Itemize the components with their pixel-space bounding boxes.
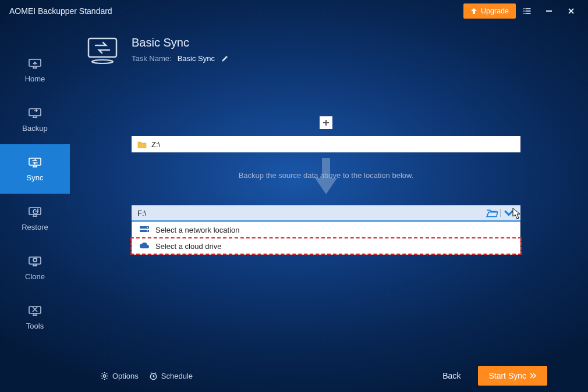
destination-path-bar[interactable]: F:\ — [132, 205, 520, 222]
svg-point-22 — [147, 227, 148, 228]
svg-point-4 — [523, 13, 525, 14]
app-title: AOMEI Backupper Standard — [9, 6, 112, 16]
chevrons-right-icon — [530, 373, 537, 379]
source-path-text: Z:\ — [151, 140, 160, 149]
clock-icon — [149, 372, 158, 380]
close-icon — [567, 7, 575, 15]
options-label: Options — [112, 372, 139, 380]
restore-icon — [27, 204, 42, 218]
sync-icon — [27, 155, 42, 169]
schedule-button[interactable]: Schedule — [149, 372, 193, 380]
home-icon — [27, 56, 42, 70]
sidebar-item-label: Clone — [25, 272, 45, 281]
source-path-bar[interactable]: Z:\ — [132, 136, 520, 152]
edit-task-name-button[interactable] — [221, 55, 229, 63]
svg-point-0 — [523, 8, 525, 9]
svg-point-23 — [147, 230, 148, 231]
minimize-button[interactable] — [538, 0, 560, 22]
close-button[interactable] — [560, 0, 582, 22]
destination-dropdown: Select a network location Select a cloud… — [132, 222, 520, 255]
menu-icon — [523, 7, 531, 15]
svg-rect-10 — [29, 109, 41, 116]
network-icon — [139, 226, 150, 233]
schedule-label: Schedule — [161, 372, 193, 380]
cursor-icon — [512, 208, 520, 219]
upgrade-button[interactable]: Upgrade — [463, 3, 516, 19]
sidebar-item-sync[interactable]: Sync — [0, 144, 70, 194]
upgrade-label: Upgrade — [481, 7, 509, 15]
sidebar-item-restore[interactable]: Restore — [0, 194, 70, 243]
svg-point-2 — [523, 10, 525, 12]
page-title: Basic Sync — [132, 36, 229, 49]
start-sync-button[interactable]: Start Sync — [478, 366, 547, 386]
plus-icon — [323, 119, 330, 126]
folder-icon — [137, 140, 147, 148]
sidebar-item-home[interactable]: Home — [0, 45, 70, 95]
sidebar: Home Backup Sync Restore Clone Tools — [0, 22, 70, 392]
tools-icon — [27, 303, 42, 317]
options-button[interactable]: Options — [100, 372, 139, 380]
task-name-label: Task Name: — [132, 54, 172, 63]
start-sync-label: Start Sync — [488, 371, 526, 380]
backup-icon — [27, 105, 42, 119]
svg-rect-16 — [88, 38, 116, 57]
open-folder-icon — [486, 208, 498, 218]
task-name-value[interactable]: Basic Sync — [178, 54, 215, 63]
menu-button[interactable] — [516, 0, 538, 22]
clone-icon — [27, 254, 42, 268]
sidebar-item-clone[interactable]: Clone — [0, 243, 70, 293]
svg-rect-3 — [526, 10, 531, 12]
page-icon — [85, 36, 120, 66]
add-source-button[interactable] — [320, 116, 332, 129]
dropdown-item-label: Select a cloud drive — [155, 242, 221, 251]
svg-rect-1 — [526, 8, 531, 9]
sidebar-item-tools[interactable]: Tools — [0, 293, 70, 342]
minimize-icon — [545, 7, 553, 15]
sidebar-item-label: Tools — [26, 322, 44, 330]
dropdown-item-network[interactable]: Select a network location — [132, 222, 520, 238]
cloud-icon — [139, 243, 150, 250]
sidebar-item-label: Home — [25, 74, 45, 83]
back-button[interactable]: Back — [434, 366, 469, 385]
sidebar-item-label: Restore — [22, 223, 48, 231]
destination-path-text: F:\ — [137, 209, 486, 218]
dropdown-item-cloud[interactable]: Select a cloud drive — [132, 238, 520, 254]
sidebar-item-label: Backup — [22, 124, 47, 133]
svg-point-24 — [103, 375, 105, 377]
sync-hint-text: Backup the source data above to the loca… — [85, 171, 567, 180]
svg-point-17 — [92, 60, 113, 63]
gear-icon — [100, 372, 109, 380]
svg-rect-5 — [526, 13, 531, 14]
sidebar-item-label: Sync — [27, 173, 44, 182]
pencil-icon — [221, 55, 229, 63]
upgrade-icon — [470, 8, 477, 15]
browse-folder-button[interactable] — [486, 208, 498, 218]
dropdown-item-label: Select a network location — [155, 226, 240, 234]
sidebar-item-backup[interactable]: Backup — [0, 95, 70, 144]
